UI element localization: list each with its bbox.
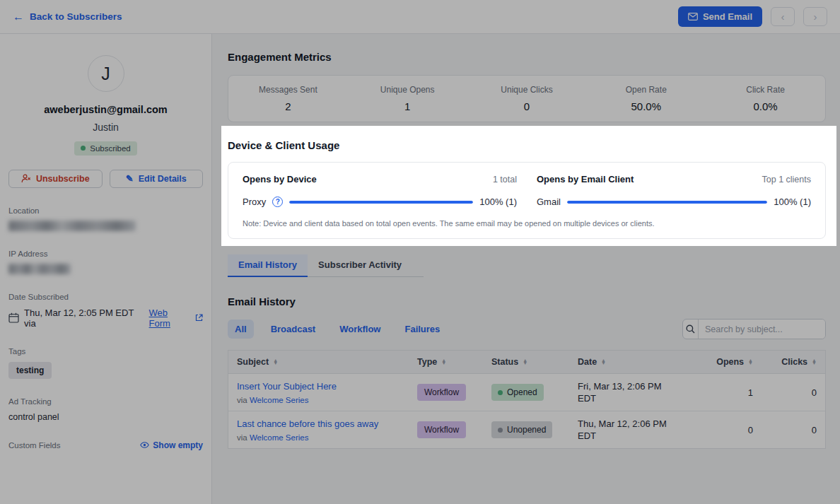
show-empty-link[interactable]: Show empty bbox=[140, 440, 203, 450]
web-form-link[interactable]: Web Form bbox=[149, 307, 190, 329]
opens-count: 1 bbox=[748, 387, 753, 398]
subscriber-sidebar: J aweberjustin@gmail.com Justin Subscrib… bbox=[0, 34, 212, 504]
device-row-proxy: Proxy ? 100% (1) bbox=[243, 197, 517, 207]
tag-chip[interactable]: testing bbox=[8, 362, 52, 379]
subscriber-email: aweberjustin@gmail.com bbox=[8, 104, 203, 115]
person-remove-icon bbox=[21, 174, 31, 183]
opens-by-device-total: 1 total bbox=[493, 175, 517, 184]
column-header-subject[interactable]: Subject▲▼ bbox=[237, 357, 417, 367]
send-email-button[interactable]: Send Email bbox=[678, 6, 762, 27]
search-icon[interactable] bbox=[683, 320, 699, 339]
type-badge: Workflow bbox=[417, 384, 466, 401]
sort-icon: ▲▼ bbox=[601, 359, 606, 365]
help-icon[interactable]: ? bbox=[272, 197, 283, 207]
email-history-table: Subject▲▼ Type▲▼ Status▲▼ Date▲▼ Opens▲▼… bbox=[228, 350, 826, 449]
device-progress-bar bbox=[289, 201, 473, 204]
status-dot-icon bbox=[498, 390, 503, 395]
opens-by-email-client-column: Opens by Email Client Top 1 clients Gmai… bbox=[537, 174, 811, 207]
email-history-toolbar: All Broadcast Workflow Failures bbox=[228, 319, 826, 339]
series-link[interactable]: Welcome Series bbox=[250, 396, 309, 404]
filter-all[interactable]: All bbox=[228, 320, 254, 339]
device-client-usage-title: Device & Client Usage bbox=[228, 139, 826, 151]
opens-by-device-column: Opens by Device 1 total Proxy ? 100% (1) bbox=[243, 174, 517, 207]
location-label: Location bbox=[8, 206, 203, 215]
date-cell: Thu, Mar 12, 2:06 PMEDT bbox=[578, 418, 689, 442]
sort-icon: ▲▼ bbox=[441, 359, 446, 365]
subject-link[interactable]: Last chance before this goes away bbox=[237, 418, 417, 429]
tab-subscriber-activity[interactable]: Subscriber Activity bbox=[308, 254, 412, 276]
device-percent: 100% (1) bbox=[479, 197, 517, 207]
send-email-label: Send Email bbox=[703, 11, 752, 22]
subscriber-name: Justin bbox=[8, 122, 203, 133]
usage-note: Note: Device and client data based on to… bbox=[243, 219, 811, 228]
status-dot-icon bbox=[498, 428, 503, 433]
ad-tracking-label: Ad Tracking bbox=[8, 397, 203, 406]
table-row[interactable]: Insert Your Subject Here via Welcome Ser… bbox=[228, 374, 825, 411]
client-label: Gmail bbox=[537, 197, 561, 207]
device-client-usage-section: Device & Client Usage Opens by Device 1 … bbox=[221, 126, 836, 246]
eye-icon bbox=[140, 442, 149, 448]
column-header-status[interactable]: Status▲▼ bbox=[491, 357, 578, 367]
avatar: J bbox=[88, 55, 124, 92]
email-history-title: Email History bbox=[228, 295, 826, 307]
client-percent: 100% (1) bbox=[774, 197, 811, 207]
status-badge-unopened: Unopened bbox=[491, 421, 552, 438]
chevron-right-icon: › bbox=[814, 11, 817, 23]
date-subscribed-value: Thu, Mar 12, 2:05 PM EDT via Web Form bbox=[8, 307, 203, 329]
metric-unique-clicks: Unique Clicks 0 bbox=[467, 85, 587, 112]
unsubscribe-label: Unsubscribe bbox=[36, 174, 90, 184]
sort-icon: ▲▼ bbox=[523, 359, 527, 365]
metric-unique-opens: Unique Opens 1 bbox=[348, 85, 467, 112]
pencil-icon: ✎ bbox=[126, 173, 134, 184]
sort-icon: ▲▼ bbox=[273, 359, 278, 365]
external-link-icon bbox=[195, 314, 203, 322]
unsubscribe-button[interactable]: Unsubscribe bbox=[8, 170, 103, 188]
column-header-date[interactable]: Date▲▼ bbox=[578, 357, 689, 367]
edit-details-button[interactable]: ✎ Edit Details bbox=[110, 170, 204, 188]
subscribed-dot-icon bbox=[81, 146, 86, 151]
ip-address-label: IP Address bbox=[8, 250, 203, 258]
table-header-row: Subject▲▼ Type▲▼ Status▲▼ Date▲▼ Opens▲▼… bbox=[228, 351, 825, 374]
back-to-subscribers-link[interactable]: ← Back to Subscribers bbox=[13, 11, 122, 23]
sort-icon: ▲▼ bbox=[748, 359, 753, 365]
column-header-opens[interactable]: Opens▲▼ bbox=[716, 357, 753, 367]
tab-email-history[interactable]: Email History bbox=[228, 254, 308, 277]
location-value-redacted bbox=[8, 221, 136, 231]
subscriber-detail-page: ← Back to Subscribers Send Email ‹ › J a… bbox=[0, 0, 840, 504]
metric-open-rate: Open Rate 50.0% bbox=[586, 85, 706, 112]
device-client-usage-card: Opens by Device 1 total Proxy ? 100% (1) bbox=[228, 162, 826, 239]
subject-link[interactable]: Insert Your Subject Here bbox=[237, 381, 417, 392]
type-badge: Workflow bbox=[417, 421, 466, 438]
previous-subscriber-button[interactable]: ‹ bbox=[771, 7, 795, 26]
ip-address-value-redacted bbox=[8, 264, 71, 274]
filter-workflow[interactable]: Workflow bbox=[332, 320, 387, 339]
top-bar: ← Back to Subscribers Send Email ‹ › bbox=[0, 0, 840, 34]
content-area: J aweberjustin@gmail.com Justin Subscrib… bbox=[0, 34, 840, 504]
subscribed-status-badge: Subscribed bbox=[74, 141, 137, 156]
clicks-count: 0 bbox=[812, 425, 817, 435]
chevron-left-icon: ‹ bbox=[781, 11, 785, 23]
subscribed-label: Subscribed bbox=[90, 144, 131, 153]
sort-icon: ▲▼ bbox=[812, 359, 817, 365]
column-header-type[interactable]: Type▲▼ bbox=[417, 357, 491, 367]
clicks-count: 0 bbox=[812, 387, 817, 398]
table-row[interactable]: Last chance before this goes away via We… bbox=[228, 411, 825, 448]
topbar-actions: Send Email ‹ › bbox=[678, 6, 827, 27]
avatar-initial: J bbox=[101, 64, 110, 84]
filter-failures[interactable]: Failures bbox=[397, 320, 447, 339]
show-empty-label: Show empty bbox=[153, 440, 203, 450]
status-badge-opened: Opened bbox=[491, 384, 544, 401]
series-link[interactable]: Welcome Series bbox=[250, 433, 309, 442]
search-input[interactable] bbox=[699, 320, 825, 339]
custom-fields-label: Custom Fields bbox=[8, 441, 61, 450]
back-arrow-icon: ← bbox=[13, 11, 24, 23]
client-progress-bar bbox=[567, 201, 767, 204]
device-label: Proxy bbox=[243, 197, 266, 207]
column-header-clicks[interactable]: Clicks▲▼ bbox=[781, 357, 817, 367]
engagement-metrics-card: Messages Sent 2 Unique Opens 1 Unique Cl… bbox=[228, 75, 826, 122]
date-subscribed-text: Thu, Mar 12, 2:05 PM EDT via bbox=[24, 307, 144, 329]
filter-broadcast[interactable]: Broadcast bbox=[264, 320, 323, 339]
opens-count: 0 bbox=[748, 425, 753, 435]
next-subscriber-button[interactable]: › bbox=[803, 7, 827, 26]
detail-tabs: Email History Subscriber Activity bbox=[228, 254, 424, 277]
